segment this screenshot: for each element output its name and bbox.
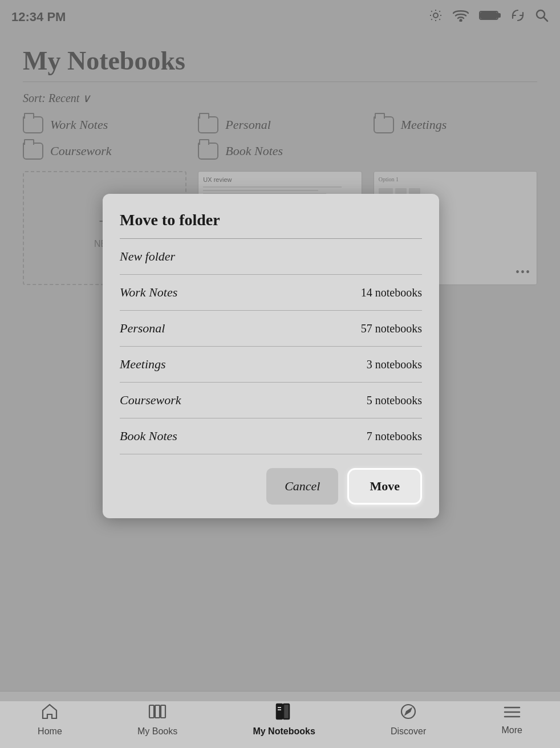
modal-folder-name: Coursework: [120, 393, 181, 408]
new-folder-label: New folder: [120, 249, 175, 264]
new-folder-option[interactable]: New folder: [120, 239, 422, 275]
notebooks-icon: [274, 703, 294, 724]
compass-icon: [400, 703, 417, 724]
modal-folder-work-notes[interactable]: Work Notes 14 notebooks: [120, 275, 422, 311]
svg-rect-15: [149, 705, 154, 718]
tab-more-label: More: [501, 725, 522, 735]
home-icon: [41, 703, 58, 724]
tab-more[interactable]: More: [490, 700, 533, 740]
svg-rect-18: [277, 704, 282, 719]
modal-title: Move to folder: [120, 211, 422, 229]
svg-rect-17: [161, 705, 165, 718]
modal-folder-count: 14 notebooks: [361, 286, 422, 299]
svg-rect-16: [155, 705, 160, 718]
modal-folder-personal[interactable]: Personal 57 notebooks: [120, 311, 422, 347]
svg-rect-19: [283, 704, 289, 719]
move-to-folder-modal: Move to folder New folder Work Notes 14 …: [103, 194, 439, 518]
tab-home-label: Home: [38, 726, 62, 737]
svg-marker-23: [405, 709, 411, 714]
modal-folder-name: Work Notes: [120, 285, 177, 300]
modal-folder-count: 7 notebooks: [367, 430, 422, 443]
modal-folder-name: Book Notes: [120, 429, 177, 444]
modal-buttons: Cancel Move: [120, 468, 422, 505]
cancel-button[interactable]: Cancel: [266, 468, 338, 505]
modal-folder-count: 3 notebooks: [367, 358, 422, 371]
tab-my-books[interactable]: My Books: [126, 698, 189, 741]
books-icon: [148, 703, 167, 724]
tab-discover[interactable]: Discover: [379, 698, 437, 741]
move-button[interactable]: Move: [347, 468, 422, 505]
modal-folder-book-notes[interactable]: Book Notes 7 notebooks: [120, 418, 422, 454]
modal-folder-name: Meetings: [120, 357, 166, 372]
modal-folder-count: 5 notebooks: [367, 394, 422, 407]
modal-folder-coursework[interactable]: Coursework 5 notebooks: [120, 383, 422, 418]
tab-discover-label: Discover: [391, 726, 426, 737]
menu-icon: [504, 705, 521, 723]
modal-folder-meetings[interactable]: Meetings 3 notebooks: [120, 347, 422, 383]
modal-folder-name: Personal: [120, 321, 165, 336]
tab-my-notebooks-label: My Notebooks: [253, 726, 315, 737]
tab-my-notebooks[interactable]: My Notebooks: [241, 698, 326, 741]
tab-my-books-label: My Books: [137, 726, 177, 737]
modal-folder-count: 57 notebooks: [361, 322, 422, 335]
tab-home[interactable]: Home: [26, 698, 74, 741]
